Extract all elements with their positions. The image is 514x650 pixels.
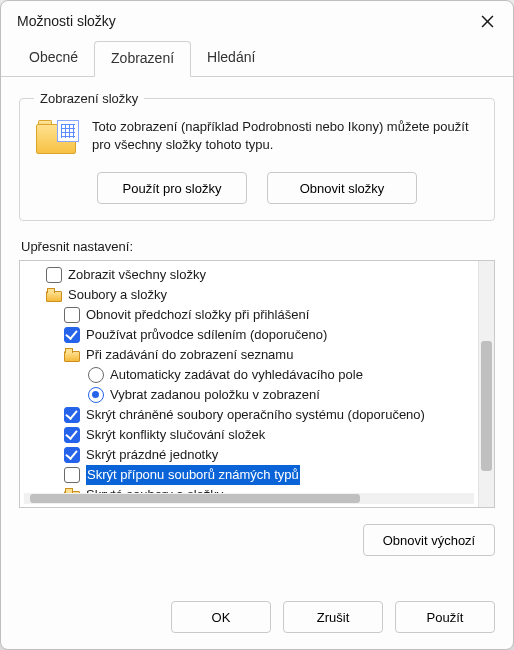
option-hide-known-extensions[interactable]: Skrýt příponu souborů známých typů [24, 465, 476, 485]
checkbox-unchecked-icon [46, 267, 62, 283]
horizontal-scrollbar[interactable] [24, 493, 474, 504]
scroll-thumb[interactable] [481, 341, 492, 471]
dialog-footer: OK Zrušit Použít [1, 589, 513, 649]
folder-view-description: Toto zobrazení (například Podrobnosti ne… [92, 118, 480, 153]
titlebar: Možnosti složky [1, 1, 513, 41]
option-type-into-search[interactable]: Automaticky zadávat do vyhledávacího pol… [24, 365, 476, 385]
group-files-and-folders[interactable]: Soubory a složky [24, 285, 476, 305]
folder-icon [46, 288, 62, 302]
folder-options-dialog: Možnosti složky Obecné Zobrazení Hledání… [0, 0, 514, 650]
tab-search[interactable]: Hledání [191, 41, 271, 76]
close-button[interactable] [467, 5, 507, 37]
option-restore-previous[interactable]: Obnovit předchozí složky při přihlášení [24, 305, 476, 325]
advanced-settings-tree[interactable]: Zobrazit všechny složky Soubory a složky… [19, 260, 495, 508]
radio-checked-icon [88, 387, 104, 403]
folder-view-group: Zobrazení složky Toto zobrazení (napříkl… [19, 91, 495, 221]
window-title: Možnosti složky [17, 13, 116, 29]
apply-button[interactable]: Použít [395, 601, 495, 633]
scroll-thumb[interactable] [30, 494, 360, 503]
tab-view[interactable]: Zobrazení [94, 41, 191, 77]
option-hide-empty-drives[interactable]: Skrýt prázdné jednotky [24, 445, 476, 465]
group-when-typing[interactable]: Při zadávání do zobrazení seznamu [24, 345, 476, 365]
option-hide-protected-os-files[interactable]: Skrýt chráněné soubory operačního systém… [24, 405, 476, 425]
checkbox-checked-icon [64, 327, 80, 343]
ok-button[interactable]: OK [171, 601, 271, 633]
tab-panel-view: Zobrazení složky Toto zobrazení (napříkl… [1, 77, 513, 589]
checkbox-checked-icon [64, 447, 80, 463]
vertical-scrollbar[interactable] [478, 261, 494, 507]
close-icon [481, 15, 494, 28]
option-type-select-item[interactable]: Vybrat zadanou položku v zobrazení [24, 385, 476, 405]
cancel-button[interactable]: Zrušit [283, 601, 383, 633]
checkbox-checked-icon [64, 407, 80, 423]
checkbox-unchecked-icon [64, 307, 80, 323]
folder-grid-icon [34, 118, 78, 158]
folder-view-legend: Zobrazení složky [34, 91, 144, 106]
option-hide-merge-conflicts[interactable]: Skrýt konflikty slučování složek [24, 425, 476, 445]
tab-general[interactable]: Obecné [13, 41, 94, 76]
tabstrip: Obecné Zobrazení Hledání [1, 41, 513, 77]
apply-to-folders-button[interactable]: Použít pro složky [97, 172, 247, 204]
checkbox-checked-icon [64, 427, 80, 443]
folder-icon [64, 348, 80, 362]
option-use-sharing-wizard[interactable]: Používat průvodce sdílením (doporučeno) [24, 325, 476, 345]
restore-defaults-button[interactable]: Obnovit výchozí [363, 524, 495, 556]
radio-unchecked-icon [88, 367, 104, 383]
checkbox-unchecked-icon [64, 467, 80, 483]
reset-folders-button[interactable]: Obnovit složky [267, 172, 417, 204]
advanced-settings-label: Upřesnit nastavení: [21, 239, 495, 254]
option-show-all-folders[interactable]: Zobrazit všechny složky [24, 265, 476, 285]
